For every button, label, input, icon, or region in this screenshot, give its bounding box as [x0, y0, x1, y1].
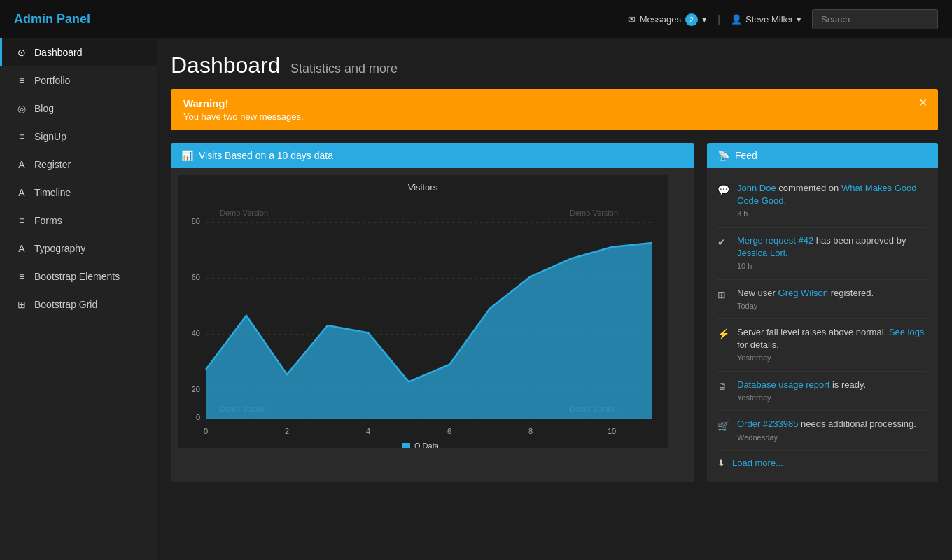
- feed-text-6: Order #233985 needs additional processin…: [737, 418, 927, 430]
- feed-link-greg[interactable]: Greg Wilson: [778, 288, 829, 298]
- page-title: Dashboard: [171, 52, 281, 78]
- feed-link-jessica[interactable]: Jessica Lori.: [737, 248, 788, 258]
- sidebar-item-dashboard[interactable]: ⊙ Dashboard: [0, 38, 157, 66]
- typography-icon: A: [16, 243, 27, 254]
- feed-panel-header: 📡 Feed: [707, 143, 938, 168]
- feed-text-5: Database usage report is ready.: [737, 379, 927, 391]
- watermark-tl: Demo Version: [220, 209, 268, 217]
- svg-text:0: 0: [204, 427, 208, 435]
- feed-text-2: Merge request #42 has been approved by J…: [737, 234, 927, 260]
- sidebar-item-bootstrap-grid[interactable]: ⊞ Bootstrap Grid: [0, 290, 157, 318]
- load-more-item: ⬇ Load more...: [718, 451, 927, 475]
- portfolio-icon: ≡: [16, 75, 27, 86]
- load-more-icon: ⬇: [718, 458, 725, 468]
- feed-link-order[interactable]: Order #233985: [737, 419, 798, 429]
- timeline-icon: A: [16, 187, 27, 198]
- feed-link-seelogs[interactable]: See logs: [889, 327, 925, 337]
- feed-item-1: 💬 John Doe commented on What Makes Good …: [718, 175, 927, 227]
- sidebar-label-timeline: Timeline: [34, 187, 71, 198]
- feed-time-4: Yesterday: [737, 353, 927, 363]
- svg-rect-18: [402, 443, 410, 448]
- feed-icon: 📡: [718, 150, 729, 161]
- load-more-button[interactable]: Load more...: [732, 458, 783, 468]
- alert-close-button[interactable]: ✕: [918, 96, 927, 109]
- search-input[interactable]: [812, 9, 938, 29]
- messages-caret: ▾: [702, 14, 707, 24]
- feed-content-3: New user Greg Wilson registered. Today: [737, 287, 927, 312]
- chat-icon: 💬: [718, 183, 730, 220]
- grid-icon: ⊞: [718, 288, 730, 312]
- chart-header-icon: 📊: [181, 150, 193, 161]
- feed-text-1: John Doe commented on What Makes Good Co…: [737, 182, 927, 207]
- sidebar: ⊙ Dashboard ≡ Portfolio ◎ Blog ≡ SignUp …: [0, 38, 157, 560]
- feed-content-6: Order #233985 needs additional processin…: [737, 418, 927, 443]
- chart-panel: 📊 Visits Based on a 10 days data Visitor…: [171, 143, 694, 482]
- sidebar-label-typography: Typography: [34, 243, 85, 254]
- sidebar-label-signup: SignUp: [34, 131, 66, 142]
- brand-text: Admin Panel: [14, 12, 90, 26]
- feed-text-4: Server fail level raises above normal. S…: [737, 326, 927, 351]
- register-icon: A: [16, 159, 27, 170]
- messages-badge: 2: [685, 13, 698, 26]
- feed-time-5: Yesterday: [737, 393, 927, 403]
- svg-text:8: 8: [528, 427, 533, 435]
- sidebar-item-portfolio[interactable]: ≡ Portfolio: [0, 66, 157, 94]
- chart-title: Visitors: [408, 182, 438, 192]
- feed-link-dbreport[interactable]: Database usage report: [737, 379, 830, 390]
- feed-body: 💬 John Doe commented on What Makes Good …: [707, 168, 938, 482]
- svg-text:6: 6: [447, 427, 451, 435]
- navbar: Admin Panel ✉ Messages 2 ▾ | 👤 Steve Mil…: [0, 0, 952, 38]
- feed-content-1: John Doe commented on What Makes Good Co…: [737, 182, 927, 220]
- chart-panel-header: 📊 Visits Based on a 10 days data: [171, 143, 694, 168]
- sidebar-label-bootstrap-grid: Bootstrap Grid: [34, 299, 97, 310]
- brand: Admin Panel: [14, 12, 90, 27]
- sidebar-item-bootstrap-elements[interactable]: ≡ Bootstrap Elements: [0, 262, 157, 290]
- check-icon: ✔: [718, 236, 730, 272]
- cart-icon: 🛒: [718, 419, 730, 443]
- messages-label: Messages: [640, 14, 681, 24]
- alert-title: Warning!: [183, 97, 925, 109]
- feed-text-3: New user Greg Wilson registered.: [737, 287, 927, 300]
- main-content: Dashboard Statistics and more Warning! Y…: [157, 38, 952, 560]
- sidebar-item-timeline[interactable]: A Timeline: [0, 178, 157, 206]
- user-menu[interactable]: 👤 Steve Miller ▾: [731, 14, 802, 24]
- sidebar-item-blog[interactable]: ◎ Blog: [0, 94, 157, 122]
- sidebar-item-register[interactable]: A Register: [0, 150, 157, 178]
- bolt-icon: ⚡: [718, 328, 730, 364]
- blog-icon: ◎: [16, 103, 27, 114]
- feed-panel: 📡 Feed 💬 John Doe commented on What Make…: [707, 143, 938, 482]
- feed-content-4: Server fail level raises above normal. S…: [737, 326, 927, 364]
- db-icon: 🖥: [718, 380, 730, 404]
- messages-menu[interactable]: ✉ Messages 2 ▾: [628, 13, 707, 26]
- sidebar-item-typography[interactable]: A Typography: [0, 234, 157, 262]
- svg-text:10: 10: [608, 427, 616, 435]
- user-caret: ▾: [797, 14, 802, 24]
- alert-message: You have two new messages.: [183, 111, 925, 122]
- chart-panel-title: Visits Based on a 10 days data: [199, 150, 333, 161]
- feed-time-1: 3 h: [737, 209, 927, 219]
- search-box[interactable]: [812, 9, 938, 29]
- alert-warning: Warning! You have two new messages. ✕: [171, 89, 938, 130]
- bootstrap-elements-icon: ≡: [16, 271, 27, 282]
- watermark-tr: Demo Version: [570, 209, 618, 217]
- feed-item-6: 🛒 Order #233985 needs additional process…: [718, 411, 927, 451]
- feed-time-2: 10 h: [737, 261, 927, 272]
- svg-text:4: 4: [366, 427, 370, 435]
- svg-text:60: 60: [192, 273, 200, 281]
- svg-text:2: 2: [285, 427, 289, 435]
- sidebar-item-signup[interactable]: ≡ SignUp: [0, 122, 157, 150]
- svg-text:0: 0: [196, 413, 200, 421]
- navbar-right: ✉ Messages 2 ▾ | 👤 Steve Miller ▾: [628, 9, 938, 29]
- user-label: Steve Miller: [746, 14, 793, 24]
- user-icon: 👤: [731, 14, 742, 24]
- sidebar-label-forms: Forms: [34, 215, 62, 226]
- feed-item-2: ✔ Merge request #42 has been approved by…: [718, 227, 927, 280]
- content-row: 📊 Visits Based on a 10 days data Visitor…: [171, 143, 938, 482]
- feed-item-3: ⊞ New user Greg Wilson registered. Today: [718, 280, 927, 320]
- svg-text:80: 80: [192, 217, 200, 225]
- visitors-chart: Visitors Demo Version Demo Version Demo …: [178, 175, 668, 448]
- sidebar-item-forms[interactable]: ≡ Forms: [0, 206, 157, 234]
- feed-link-merge[interactable]: Merge request #42: [737, 235, 813, 246]
- feed-link-johndoe[interactable]: John Doe: [737, 183, 776, 193]
- feed-time-3: Today: [737, 301, 927, 312]
